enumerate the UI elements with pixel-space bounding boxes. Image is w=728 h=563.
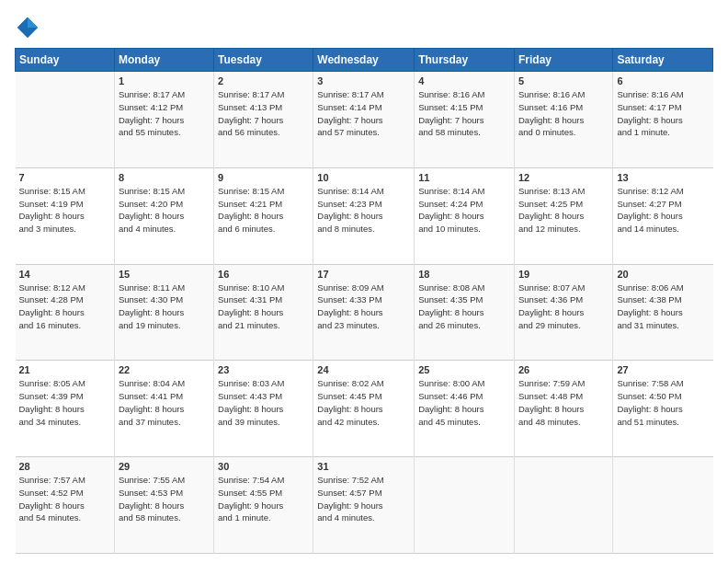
header-cell-tuesday: Tuesday [214,49,313,72]
day-cell: 31Sunrise: 7:52 AM Sunset: 4:57 PM Dayli… [313,457,415,554]
day-cell: 13Sunrise: 8:12 AM Sunset: 4:27 PM Dayli… [613,167,713,264]
day-cell: 6Sunrise: 8:16 AM Sunset: 4:17 PM Daylig… [613,72,713,168]
header-cell-monday: Monday [114,49,213,72]
day-number: 20 [617,269,709,280]
day-info: Sunrise: 7:52 AM Sunset: 4:57 PM Dayligh… [317,474,410,524]
day-cell: 5Sunrise: 8:16 AM Sunset: 4:16 PM Daylig… [514,72,612,168]
day-number: 7 [19,172,110,183]
week-row-3: 14Sunrise: 8:12 AM Sunset: 4:28 PM Dayli… [16,264,713,361]
day-cell [16,72,115,168]
week-row-4: 21Sunrise: 8:05 AM Sunset: 4:39 PM Dayli… [16,361,713,457]
day-cell: 7Sunrise: 8:15 AM Sunset: 4:19 PM Daylig… [16,167,115,264]
header-row: SundayMondayTuesdayWednesdayThursdayFrid… [16,49,713,72]
day-info: Sunrise: 8:17 AM Sunset: 4:13 PM Dayligh… [218,88,309,139]
calendar-table: SundayMondayTuesdayWednesdayThursdayFrid… [15,48,713,554]
day-info: Sunrise: 8:06 AM Sunset: 4:38 PM Dayligh… [617,282,709,332]
day-number: 26 [518,364,609,375]
day-cell: 3Sunrise: 8:17 AM Sunset: 4:14 PM Daylig… [313,72,415,168]
day-cell: 8Sunrise: 8:15 AM Sunset: 4:20 PM Daylig… [114,167,213,264]
header-cell-sunday: Sunday [16,49,115,72]
day-number: 12 [518,172,609,183]
week-row-1: 1Sunrise: 8:17 AM Sunset: 4:12 PM Daylig… [16,72,713,168]
day-cell: 30Sunrise: 7:54 AM Sunset: 4:55 PM Dayli… [214,457,313,554]
day-number: 2 [218,75,309,86]
logo [15,15,44,40]
day-number: 30 [218,461,309,472]
day-info: Sunrise: 8:14 AM Sunset: 4:23 PM Dayligh… [317,185,410,236]
week-row-2: 7Sunrise: 8:15 AM Sunset: 4:19 PM Daylig… [16,167,713,264]
day-cell: 15Sunrise: 8:11 AM Sunset: 4:30 PM Dayli… [114,264,213,361]
header-cell-saturday: Saturday [613,49,713,72]
day-cell: 29Sunrise: 7:55 AM Sunset: 4:53 PM Dayli… [114,457,213,554]
day-info: Sunrise: 8:07 AM Sunset: 4:36 PM Dayligh… [518,282,609,332]
day-cell [613,457,713,554]
day-number: 19 [518,269,609,280]
day-number: 28 [19,461,110,472]
day-info: Sunrise: 8:16 AM Sunset: 4:15 PM Dayligh… [418,88,510,139]
day-number: 17 [317,269,410,280]
day-cell: 26Sunrise: 7:59 AM Sunset: 4:48 PM Dayli… [514,361,612,457]
day-info: Sunrise: 8:17 AM Sunset: 4:12 PM Dayligh… [119,88,210,139]
day-cell: 1Sunrise: 8:17 AM Sunset: 4:12 PM Daylig… [114,72,213,168]
day-info: Sunrise: 8:08 AM Sunset: 4:35 PM Dayligh… [418,282,510,332]
header-cell-thursday: Thursday [415,49,515,72]
day-cell: 10Sunrise: 8:14 AM Sunset: 4:23 PM Dayli… [313,167,415,264]
day-number: 6 [617,75,709,86]
day-number: 25 [418,364,510,375]
day-number: 13 [617,172,709,183]
day-cell: 9Sunrise: 8:15 AM Sunset: 4:21 PM Daylig… [214,167,313,264]
day-info: Sunrise: 7:57 AM Sunset: 4:52 PM Dayligh… [19,474,110,524]
day-info: Sunrise: 8:05 AM Sunset: 4:39 PM Dayligh… [19,377,110,428]
day-info: Sunrise: 8:02 AM Sunset: 4:45 PM Dayligh… [317,377,410,428]
day-cell: 4Sunrise: 8:16 AM Sunset: 4:15 PM Daylig… [415,72,515,168]
day-info: Sunrise: 8:16 AM Sunset: 4:17 PM Dayligh… [617,88,709,139]
day-cell: 12Sunrise: 8:13 AM Sunset: 4:25 PM Dayli… [514,167,612,264]
day-number: 21 [19,364,110,375]
day-number: 4 [418,75,510,86]
day-cell [415,457,515,554]
day-number: 16 [218,269,309,280]
day-cell: 25Sunrise: 8:00 AM Sunset: 4:46 PM Dayli… [415,361,515,457]
day-cell: 20Sunrise: 8:06 AM Sunset: 4:38 PM Dayli… [613,264,713,361]
day-info: Sunrise: 8:15 AM Sunset: 4:19 PM Dayligh… [19,185,110,236]
page-header [15,15,713,40]
day-cell: 24Sunrise: 8:02 AM Sunset: 4:45 PM Dayli… [313,361,415,457]
day-cell: 23Sunrise: 8:03 AM Sunset: 4:43 PM Dayli… [214,361,313,457]
day-info: Sunrise: 8:17 AM Sunset: 4:14 PM Dayligh… [317,88,410,139]
day-number: 10 [317,172,410,183]
day-cell: 11Sunrise: 8:14 AM Sunset: 4:24 PM Dayli… [415,167,515,264]
day-info: Sunrise: 8:04 AM Sunset: 4:41 PM Dayligh… [119,377,210,428]
day-cell: 16Sunrise: 8:10 AM Sunset: 4:31 PM Dayli… [214,264,313,361]
day-info: Sunrise: 8:15 AM Sunset: 4:21 PM Dayligh… [218,185,309,236]
day-number: 1 [119,75,210,86]
day-number: 5 [518,75,609,86]
day-cell: 22Sunrise: 8:04 AM Sunset: 4:41 PM Dayli… [114,361,213,457]
day-cell: 27Sunrise: 7:58 AM Sunset: 4:50 PM Dayli… [613,361,713,457]
day-number: 8 [119,172,210,183]
day-info: Sunrise: 8:03 AM Sunset: 4:43 PM Dayligh… [218,377,309,428]
day-info: Sunrise: 7:55 AM Sunset: 4:53 PM Dayligh… [119,474,210,524]
day-number: 29 [119,461,210,472]
day-number: 27 [617,364,709,375]
day-number: 11 [418,172,510,183]
day-cell: 28Sunrise: 7:57 AM Sunset: 4:52 PM Dayli… [16,457,115,554]
day-number: 22 [119,364,210,375]
day-number: 31 [317,461,410,472]
day-cell: 17Sunrise: 8:09 AM Sunset: 4:33 PM Dayli… [313,264,415,361]
day-cell [514,457,612,554]
day-number: 3 [317,75,410,86]
day-info: Sunrise: 8:14 AM Sunset: 4:24 PM Dayligh… [418,185,510,236]
day-info: Sunrise: 8:10 AM Sunset: 4:31 PM Dayligh… [218,282,309,332]
day-number: 24 [317,364,410,375]
day-info: Sunrise: 8:00 AM Sunset: 4:46 PM Dayligh… [418,377,510,428]
day-number: 9 [218,172,309,183]
day-info: Sunrise: 7:54 AM Sunset: 4:55 PM Dayligh… [218,474,309,524]
day-number: 14 [19,269,110,280]
day-cell: 14Sunrise: 8:12 AM Sunset: 4:28 PM Dayli… [16,264,115,361]
logo-icon [15,15,40,40]
svg-marker-1 [28,17,38,28]
day-info: Sunrise: 8:11 AM Sunset: 4:30 PM Dayligh… [119,282,210,332]
day-info: Sunrise: 8:12 AM Sunset: 4:28 PM Dayligh… [19,282,110,332]
day-info: Sunrise: 7:59 AM Sunset: 4:48 PM Dayligh… [518,377,609,428]
header-cell-friday: Friday [514,49,612,72]
